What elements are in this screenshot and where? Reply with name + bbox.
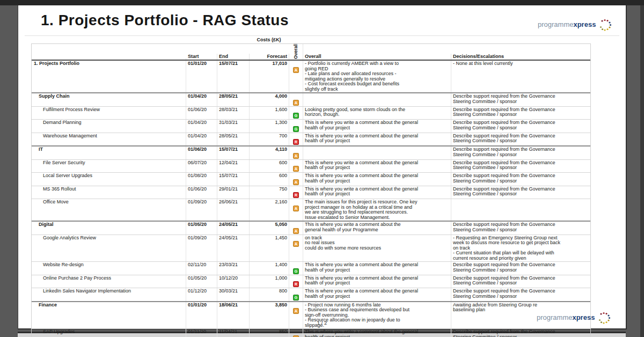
forecast-cost: 750 <box>250 186 289 199</box>
overall-comment: This is where you write a comment about … <box>303 186 451 199</box>
project-name: Online Purchase 2 Pay Process <box>32 275 186 288</box>
decisions-text: Describe support required from the Gover… <box>451 160 591 173</box>
forecast-cost: 600 <box>250 173 289 186</box>
overall-comment: This is where you write a comment about … <box>303 120 451 133</box>
decisions-column-header: Decisions/Escalations <box>451 54 591 60</box>
decisions-text <box>451 199 591 221</box>
project-name: Office Move <box>32 199 186 221</box>
table-row: Website Re-design 02/11/20 23/03/21 1,40… <box>32 261 590 275</box>
overall-comment: This is where you write a comment about … <box>303 133 451 146</box>
table-row: Warehouse Management 01/04/20 28/05/21 7… <box>32 133 590 146</box>
name-column-header <box>32 58 186 60</box>
decisions-text: Describe support required from the Gover… <box>451 120 591 133</box>
overall-comment: on track no real issues could do with so… <box>303 235 451 262</box>
overall-comment <box>303 146 451 159</box>
project-name: Local Server Upgrades <box>32 173 186 186</box>
rag-cell: A <box>289 199 303 221</box>
table-row: IT 01/06/20 15/07/21 4,110 A Describe su… <box>32 145 590 159</box>
table-body: 1. Projects Portfolio 01/01/20 15/07/21 … <box>32 61 590 337</box>
decisions-text: Describe support required from the Gover… <box>451 262 591 275</box>
rag-cell: R <box>289 133 303 146</box>
end-date: 28/05/21 <box>217 133 250 146</box>
rag-cell: A <box>289 173 303 186</box>
decisions-text: Describe support required from the Gover… <box>451 133 591 146</box>
table-row: Supply Chain 01/04/20 28/05/21 4,000 A D… <box>32 92 590 106</box>
forecast-cost: 1,450 <box>250 235 289 262</box>
logo-swirl-icon <box>599 18 612 32</box>
rag-status-badge: A <box>293 228 299 234</box>
forecast-cost: 600 <box>250 160 289 173</box>
rag-cell: A <box>289 160 303 173</box>
rag-status-badge: A <box>293 179 299 185</box>
start-date: 01/09/20 <box>186 235 217 262</box>
rag-status-badge: A <box>293 100 299 106</box>
table-row: LinkedIn Sales Navigator Implementation … <box>32 288 590 301</box>
costs-group-header: Costs (£K) <box>237 37 301 42</box>
start-date: 01/11/20 <box>186 329 217 337</box>
end-date: 15/07/21 <box>217 146 250 159</box>
end-date: 24/05/21 <box>217 235 250 262</box>
forecast-cost: 1,300 <box>250 120 289 133</box>
start-date: 01/06/20 <box>186 146 217 159</box>
table-row: Office Move 01/09/20 26/06/21 2,160 A Th… <box>32 199 590 221</box>
viewer-top-bar <box>0 0 644 5</box>
rag-cell: G <box>289 120 303 133</box>
start-date: 06/07/20 <box>186 160 217 173</box>
rag-cell: G <box>289 288 303 301</box>
programmexpress-logo: programmexpress <box>538 18 612 32</box>
rag-status-badge: R <box>293 139 299 145</box>
start-date: 01/04/20 <box>186 120 217 133</box>
rag-cell: A <box>289 93 303 106</box>
forecast-cost: 850 <box>250 329 289 337</box>
project-name: Website Re-design <box>32 262 186 275</box>
rag-status-badge: R <box>293 192 299 198</box>
decisions-text: Describe support required from the Gover… <box>451 329 591 337</box>
decisions-text: Describe support required from the Gover… <box>451 107 591 120</box>
overall-comment: This is where you write a comment about … <box>303 288 451 301</box>
table-row: Demand Planning 01/04/20 31/03/21 1,300 … <box>32 119 590 133</box>
end-date: 30/03/21 <box>217 288 250 301</box>
project-name: LinkedIn Sales Navigator Implementation <box>32 288 186 301</box>
project-name: Fulfilment Process Review <box>32 107 186 120</box>
page-title: 1. Projects Portfolio - RAG Status <box>41 12 289 29</box>
start-date: 01/08/20 <box>186 173 217 186</box>
logo-swirl-icon <box>598 311 611 325</box>
start-date: 02/11/20 <box>186 262 217 275</box>
title-divider <box>25 35 619 36</box>
portfolio-table: Costs (£K) Start End Forecast Overall Ov… <box>31 43 591 337</box>
start-date: 01/12/20 <box>186 288 217 301</box>
logo-text-light: programme <box>538 20 573 28</box>
rag-status-badge: G <box>293 295 299 301</box>
decisions-text: Describe support required from the Gover… <box>451 186 591 199</box>
overall-comment: This is where you write a comment about … <box>303 222 451 235</box>
project-name: MS 365 Rollout <box>32 186 186 199</box>
table-row: Google Analytics Review 01/09/20 24/05/2… <box>32 235 590 262</box>
rag-cell: R <box>289 186 303 199</box>
rag-status-badge: G <box>293 113 299 119</box>
rag-column-header: Overall <box>289 44 303 60</box>
rag-cell: A <box>289 235 303 262</box>
decisions-text: Describe support required from the Gover… <box>451 275 591 288</box>
table-row: Fulfilment Process Review 01/06/20 28/03… <box>32 106 590 120</box>
viewer-right-edge <box>640 5 644 337</box>
end-date: 11/04/21 <box>217 329 250 337</box>
rag-status-badge: G <box>293 126 299 132</box>
project-name: SAP Upgrades <box>32 329 186 337</box>
end-date: 28/03/21 <box>217 107 250 120</box>
overall-comment: This is where you write a comment about … <box>303 160 451 173</box>
decisions-text: Describe support required from the Gover… <box>451 93 591 106</box>
project-name: Supply Chain <box>32 93 186 106</box>
decisions-text: Describe support required from the Gover… <box>451 288 591 301</box>
start-date: 01/04/20 <box>186 133 217 146</box>
rag-status-badge: A <box>293 241 299 247</box>
start-date: 01/05/20 <box>186 222 217 235</box>
decisions-text: - Requesting an Emergency Steering Group… <box>451 235 591 262</box>
end-date: 15/07/21 <box>217 173 250 186</box>
rag-cell: A <box>289 329 303 337</box>
page-number: 1 / 2 <box>18 320 626 326</box>
forecast-cost: 4,110 <box>250 146 289 159</box>
rag-status-badge: A <box>293 67 299 73</box>
project-name: File Server Security <box>32 160 186 173</box>
forecast-cost: 1,600 <box>250 107 289 120</box>
forecast-cost: 4,000 <box>250 93 289 106</box>
